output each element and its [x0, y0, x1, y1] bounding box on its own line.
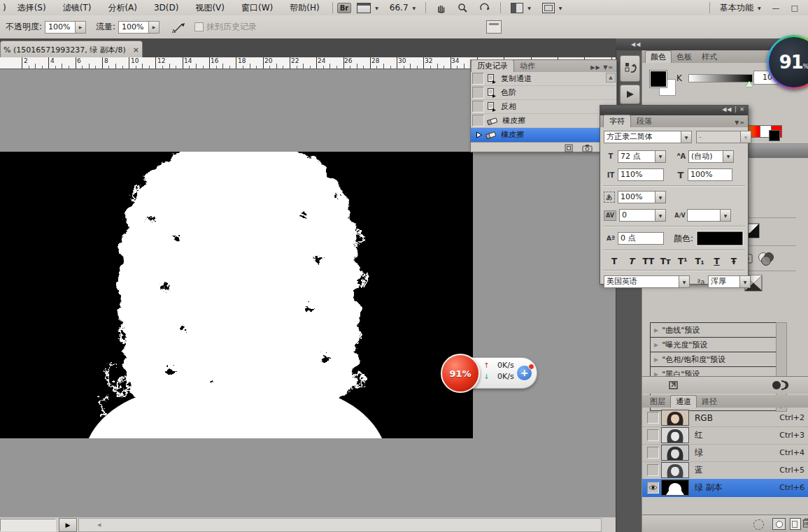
tsume-value[interactable]: 100%: [618, 191, 655, 203]
horizontal-scrollbar[interactable]: [78, 518, 602, 532]
visibility-toggle[interactable]: [647, 464, 659, 476]
leading-value[interactable]: (自动): [688, 150, 723, 163]
adjustment-channel-mixer-icon[interactable]: [757, 251, 775, 266]
kerning-select[interactable]: [687, 209, 731, 222]
dropdown-icon[interactable]: [679, 275, 690, 288]
menu-select[interactable]: 选择(S): [9, 0, 55, 15]
status-flyout-button[interactable]: ▶: [59, 518, 77, 532]
minimize-button[interactable]: —: [767, 3, 786, 13]
k-slider-thumb[interactable]: [746, 81, 753, 87]
launch-bridge-button[interactable]: Br: [337, 3, 352, 13]
toggle-panel-button[interactable]: [486, 20, 502, 34]
erase-to-history-checkbox[interactable]: [194, 22, 204, 31]
subscript-button[interactable]: T₁: [693, 255, 707, 267]
vertical-scale-value[interactable]: 110%: [618, 168, 664, 181]
expand-triangle-icon[interactable]: ▶: [654, 342, 658, 348]
actions-dock-button[interactable]: [620, 85, 640, 104]
load-selection-icon[interactable]: [753, 519, 764, 530]
menu-help[interactable]: 帮助(H): [281, 0, 327, 15]
dropdown-icon[interactable]: [721, 209, 731, 222]
history-source-well[interactable]: [472, 115, 484, 127]
preset-exposure[interactable]: ▶"曝光度"预设: [650, 337, 777, 352]
font-style-select[interactable]: -: [696, 131, 751, 143]
dropdown-icon[interactable]: [655, 150, 666, 163]
zoom-tool-button[interactable]: [455, 1, 470, 14]
history-scroll-up[interactable]: ▲: [606, 73, 616, 82]
zoom-level-dropdown[interactable]: 66.7: [388, 1, 418, 14]
faux-bold-button[interactable]: T: [607, 255, 621, 267]
arrange-documents-button[interactable]: [509, 1, 533, 14]
delete-channel-trash-icon[interactable]: [802, 517, 808, 529]
preset-hue-saturation[interactable]: ▶"色相/饱和度"预设: [650, 352, 777, 367]
tab-history[interactable]: 历史记录: [471, 59, 514, 72]
history-step[interactable]: 反相: [471, 100, 616, 114]
panel-menu-icon[interactable]: ▼≡: [603, 64, 614, 71]
text-color-swatch[interactable]: [697, 231, 743, 245]
menu-window[interactable]: 窗口(W): [233, 0, 281, 15]
menu-analysis[interactable]: 分析(A): [99, 0, 146, 15]
visibility-toggle[interactable]: [647, 447, 659, 459]
kerning-value[interactable]: [687, 209, 721, 222]
all-caps-button[interactable]: TT: [642, 255, 655, 267]
tsume-select[interactable]: 100%: [618, 191, 666, 203]
expand-triangle-icon[interactable]: ▶: [654, 357, 658, 363]
history-step[interactable]: 色阶: [471, 86, 616, 100]
font-size-select[interactable]: 72 点: [618, 150, 666, 163]
tracking-value[interactable]: 0: [619, 209, 655, 222]
channel-row-red[interactable]: 红 Ctrl+3: [642, 426, 808, 445]
flow-value[interactable]: 100%: [118, 21, 149, 34]
tab-channels[interactable]: 通道: [670, 395, 697, 408]
language-select[interactable]: 美国英语: [604, 275, 690, 288]
fast-forward-icon[interactable]: ▶▶: [590, 64, 600, 71]
menu-3d[interactable]: 3D(D): [146, 0, 187, 15]
anti-alias-value[interactable]: 浑厚: [708, 275, 740, 288]
flow-slider-button[interactable]: [149, 21, 160, 34]
history-source-well[interactable]: [472, 101, 484, 113]
expand-triangle-icon[interactable]: ▶: [654, 327, 658, 333]
font-size-value[interactable]: 72 点: [618, 150, 655, 163]
dropdown-icon[interactable]: [723, 150, 734, 163]
new-snapshot-icon[interactable]: [582, 144, 593, 152]
language-value[interactable]: 美国英语: [604, 275, 679, 288]
k-slider-track[interactable]: [688, 74, 753, 82]
channel-row-green[interactable]: 绿 Ctrl+4: [642, 444, 808, 462]
tab-character[interactable]: 字符: [603, 115, 631, 127]
workspace-switcher[interactable]: 基本功能: [718, 1, 763, 14]
underline-button[interactable]: T: [710, 255, 724, 267]
history-step[interactable]: 橡皮擦: [471, 114, 616, 128]
memory-usage-ball[interactable]: 91%: [441, 354, 480, 393]
font-family-value[interactable]: 方正隶二简体: [604, 131, 681, 143]
screen-mode-button[interactable]: [540, 1, 565, 14]
visibility-toggle[interactable]: [647, 429, 659, 441]
document-tab[interactable]: % (15016571993237, 绿 副本/8) * ×: [0, 41, 143, 58]
horizontal-scale-field[interactable]: 100%: [688, 168, 732, 181]
restore-button[interactable]: □: [786, 3, 804, 13]
channel-row-rgb[interactable]: RGB Ctrl+2: [642, 409, 808, 427]
foreground-color-swatch[interactable]: [650, 71, 667, 87]
view-extras-button[interactable]: [355, 1, 381, 14]
airbrush-button[interactable]: [172, 22, 187, 33]
tracking-select[interactable]: 0: [619, 209, 666, 222]
tab-color[interactable]: 颜色: [645, 50, 672, 63]
menu-view[interactable]: 视图(V): [187, 0, 233, 15]
tab-layers[interactable]: 图层: [645, 396, 670, 408]
history-source-well[interactable]: [472, 73, 484, 85]
small-caps-button[interactable]: Tᴛ: [658, 255, 672, 267]
horizontal-scale-value[interactable]: 100%: [688, 168, 732, 181]
history-step-selected[interactable]: 橡皮擦: [471, 128, 616, 142]
rotate-view-button[interactable]: [477, 1, 492, 14]
tab-styles[interactable]: 样式: [697, 51, 722, 63]
baseline-shift-value[interactable]: 0 点: [618, 232, 664, 245]
collapse-close-icons[interactable]: ◀◀ | ✕: [722, 106, 745, 113]
new-document-from-state-icon[interactable]: [564, 144, 574, 152]
opacity-value[interactable]: 100%: [45, 21, 76, 34]
menu-filter[interactable]: 滤镜(T): [55, 0, 100, 15]
preset-curves[interactable]: ▶"曲线"预设: [650, 322, 777, 338]
hand-tool-button[interactable]: [434, 1, 448, 14]
visibility-toggle[interactable]: [647, 482, 659, 494]
character-panel-menu-icon[interactable]: ▼≡: [735, 120, 748, 127]
opacity-field[interactable]: 100%: [45, 21, 86, 34]
visibility-toggle[interactable]: [647, 412, 659, 424]
tab-swatches[interactable]: 色板: [672, 51, 697, 63]
tab-actions[interactable]: 动作: [514, 60, 541, 72]
